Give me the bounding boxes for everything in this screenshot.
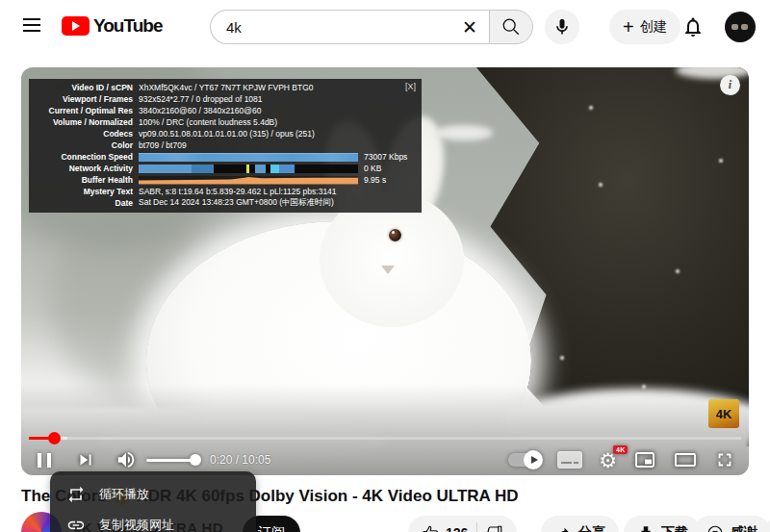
info-button[interactable]: i xyxy=(720,75,740,95)
stats-label: Current / Optimal Res xyxy=(29,106,133,115)
link-icon xyxy=(66,516,86,532)
miniplayer-button[interactable] xyxy=(633,448,656,471)
settings-button[interactable]: ⚙ 4K xyxy=(599,450,617,470)
menu-item-label: 循环播放 xyxy=(99,486,149,503)
stats-value: bt709 / bt709 xyxy=(139,140,187,150)
mute-button[interactable] xyxy=(116,449,137,470)
context-menu: 循环播放 复制视频网址 xyxy=(50,471,256,532)
thanks-label: 感谢 xyxy=(731,524,757,532)
plus-icon: + xyxy=(623,17,634,37)
stats-value: vp09.00.51.08.01.01.01.01.00 (315) / opu… xyxy=(139,129,315,139)
connection-speed-graph xyxy=(139,153,358,162)
fullscreen-icon xyxy=(714,449,735,470)
thanks-button[interactable]: 感谢 xyxy=(693,516,770,532)
stats-value: Sat Dec 14 2024 13:48:23 GMT+0800 (中国标准时… xyxy=(139,197,334,209)
like-dislike-pill: 126 xyxy=(408,516,517,532)
search-button[interactable] xyxy=(489,10,533,44)
scrubber-handle[interactable] xyxy=(48,432,61,444)
stats-value: 3840x2160@60 / 3840x2160@60 xyxy=(139,106,261,115)
stats-value: 9.95 s xyxy=(364,175,386,185)
stats-value: 73007 Kbps xyxy=(364,152,407,162)
menu-item-label: 复制视频网址 xyxy=(99,517,174,532)
youtube-logo[interactable]: YouTube xyxy=(62,15,162,37)
stats-label: Network Activity xyxy=(29,164,133,173)
next-button[interactable] xyxy=(75,449,96,470)
thumb-up-icon[interactable] xyxy=(422,524,439,532)
time-display: 0:20 / 10:05 xyxy=(210,453,270,467)
like-count[interactable]: 126 xyxy=(446,525,468,532)
stats-label: Mystery Text xyxy=(29,187,133,196)
share-button[interactable]: 分享 xyxy=(541,516,619,532)
bell-icon xyxy=(681,15,705,38)
thumb-down-icon[interactable] xyxy=(486,524,503,532)
create-button-label: 创建 xyxy=(640,18,667,36)
video-player[interactable]: [X] Video ID / sCPNXhXMf5QK4vc / YT67 7N… xyxy=(21,67,749,475)
menu-item-loop[interactable]: 循环播放 xyxy=(50,479,256,510)
stats-label: Date xyxy=(29,198,133,208)
account-avatar[interactable] xyxy=(725,12,756,42)
stats-label: Buffer Health xyxy=(29,175,133,185)
stats-value: SABR, s:8 t:19.64 b:5.839-29.462 L pLl:1… xyxy=(139,187,337,196)
youtube-play-icon xyxy=(62,16,90,36)
stats-label: Connection Speed xyxy=(29,152,133,162)
fullscreen-button[interactable] xyxy=(714,449,735,470)
microphone-icon xyxy=(552,17,572,37)
stats-value: 0 KB xyxy=(364,164,381,173)
share-label: 分享 xyxy=(578,524,605,532)
loop-icon xyxy=(66,485,86,504)
stats-value: 100% / DRC (content loudness 5.4dB) xyxy=(139,117,277,127)
stats-close-button[interactable]: [X] xyxy=(405,82,416,91)
stats-label: Volume / Normalized xyxy=(29,117,133,127)
thanks-icon xyxy=(706,524,724,532)
rabbit-eye xyxy=(389,229,401,241)
quality-badge: 4K xyxy=(613,445,628,454)
subscribe-label: 订阅 xyxy=(258,524,285,532)
miniplayer-icon xyxy=(633,448,656,471)
stats-label: Codecs xyxy=(29,129,133,139)
theater-icon xyxy=(673,447,698,472)
menu-item-copy-url[interactable]: 复制视频网址 xyxy=(50,510,256,532)
volume-slider-handle[interactable] xyxy=(190,454,201,466)
download-icon xyxy=(637,524,654,532)
pill-divider xyxy=(476,522,477,532)
autoplay-knob xyxy=(524,450,543,469)
theater-mode-button[interactable] xyxy=(673,447,698,472)
search-input[interactable]: 4k ✕ xyxy=(210,10,489,44)
notifications-button[interactable] xyxy=(681,15,705,38)
snow-patch xyxy=(435,125,493,140)
buffer-health-graph xyxy=(139,176,358,185)
volume-icon xyxy=(116,449,137,470)
stats-label: Color xyxy=(29,140,133,150)
search-query-text[interactable]: 4k xyxy=(226,19,450,36)
stats-label: Video ID / sCPN xyxy=(29,83,133,92)
stats-value: XhXMf5QK4vc / YT67 7N7T KPJW FVPH BTG0 xyxy=(139,83,314,92)
search-icon xyxy=(500,16,522,38)
create-button[interactable]: + 创建 xyxy=(609,10,680,44)
next-icon xyxy=(75,449,96,470)
rabbit-head xyxy=(320,192,464,327)
download-button[interactable]: 下载 xyxy=(624,516,702,532)
clear-search-icon[interactable]: ✕ xyxy=(450,16,489,38)
youtube-watch-page: YouTube 4k ✕ + 创建 xyxy=(0,0,770,532)
share-icon xyxy=(554,524,572,532)
subtitles-button[interactable] xyxy=(557,451,582,469)
voice-search-button[interactable] xyxy=(545,10,579,44)
volume-slider[interactable] xyxy=(146,459,196,462)
network-activity-graph xyxy=(139,165,358,173)
download-label: 下载 xyxy=(661,524,688,532)
pause-button[interactable] xyxy=(35,453,54,468)
youtube-logo-text: YouTube xyxy=(93,15,162,37)
top-header: YouTube 4k ✕ + 创建 xyxy=(0,0,770,54)
hamburger-menu-icon[interactable] xyxy=(23,18,40,32)
progress-bar[interactable] xyxy=(29,437,741,440)
stats-value: 932x524*2.77 / 0 dropped of 1081 xyxy=(139,94,263,104)
autoplay-toggle[interactable] xyxy=(508,453,541,467)
stats-for-nerds-panel: [X] Video ID / sCPNXhXMf5QK4vc / YT67 7N… xyxy=(29,79,422,213)
stats-label: Viewport / Frames xyxy=(29,94,133,104)
